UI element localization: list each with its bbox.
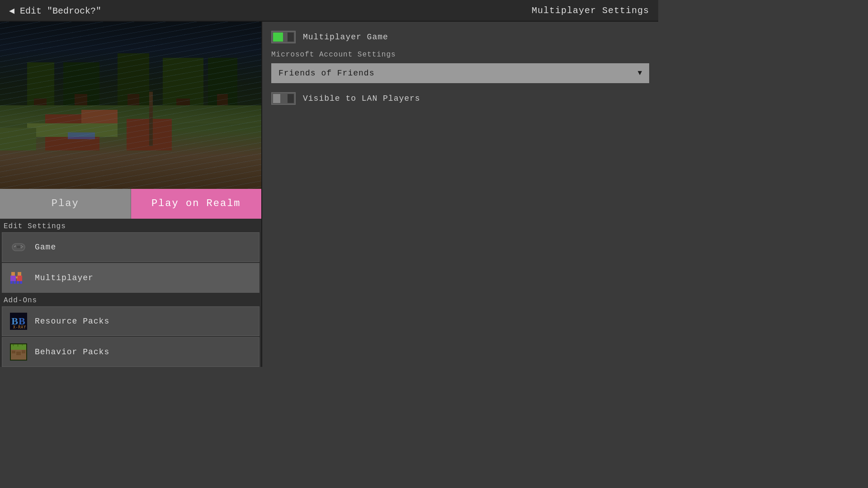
play-on-realm-button[interactable]: Play on Realm xyxy=(131,189,262,219)
svg-rect-7 xyxy=(17,246,20,248)
svg-rect-21 xyxy=(22,350,25,353)
toggle-off-indicator xyxy=(288,33,294,42)
edit-settings-section: Edit Settings xyxy=(0,219,261,293)
header: ◀ Edit "Bedrock?" Multiplayer Settings xyxy=(0,0,658,22)
settings-item-multiplayer[interactable]: Multiplayer xyxy=(2,263,259,293)
multiplayer-game-row: Multiplayer Game xyxy=(271,31,649,43)
page-title: Multiplayer Settings xyxy=(532,5,649,16)
back-button[interactable]: ◀ Edit "Bedrock?" xyxy=(9,5,101,16)
addons-label: Add-Ons xyxy=(2,293,259,306)
multiplayer-game-label: Multiplayer Game xyxy=(303,33,388,42)
multiplayer-game-toggle[interactable] xyxy=(271,31,296,43)
edit-settings-label: Edit Settings xyxy=(2,219,259,232)
behavior-packs-icon xyxy=(9,343,28,361)
svg-rect-2 xyxy=(15,245,16,247)
svg-rect-12 xyxy=(18,272,21,276)
right-panel: Multiplayer Game Microsoft Account Setti… xyxy=(262,22,658,367)
svg-rect-15 xyxy=(20,281,22,284)
svg-rect-9 xyxy=(10,276,16,281)
svg-point-3 xyxy=(21,245,22,246)
addon-item-behavior-packs[interactable]: Behavior Packs xyxy=(2,337,259,367)
settings-item-game[interactable]: Game xyxy=(2,232,259,262)
svg-rect-24 xyxy=(22,344,23,346)
lan-players-row: Visible to LAN Players xyxy=(271,92,649,105)
settings-item-multiplayer-label: Multiplayer xyxy=(35,273,94,282)
lan-players-label: Visible to LAN Players xyxy=(303,94,420,103)
svg-point-4 xyxy=(22,246,23,247)
svg-rect-22 xyxy=(13,344,14,346)
toggle-dark xyxy=(288,94,294,103)
friends-dropdown[interactable]: Friends of Friends ▼ xyxy=(271,63,649,83)
controller-icon xyxy=(9,238,28,256)
addon-resource-packs-label: Resource Packs xyxy=(35,317,109,326)
lan-players-toggle[interactable] xyxy=(271,92,296,105)
main-layout: Play Play on Realm Edit Settings xyxy=(0,22,658,367)
settings-list: Game xyxy=(2,232,259,293)
svg-rect-14 xyxy=(17,281,19,284)
addon-item-resource-packs[interactable]: B X-RAY Resource Packs xyxy=(2,306,259,336)
friends-dropdown-value: Friends of Friends xyxy=(278,69,374,78)
svg-rect-23 xyxy=(17,344,19,347)
addon-behavior-packs-label: Behavior Packs xyxy=(35,347,109,357)
svg-rect-19 xyxy=(12,351,15,353)
addons-section: Add-Ons B X-RAY Resource Packs xyxy=(0,293,261,367)
action-buttons: Play Play on Realm xyxy=(0,189,261,219)
svg-point-6 xyxy=(21,247,22,248)
toggle-on-indicator xyxy=(273,33,283,42)
chevron-down-icon: ▼ xyxy=(637,69,642,77)
svg-rect-16 xyxy=(16,277,18,278)
svg-rect-20 xyxy=(16,352,21,355)
microsoft-account-label: Microsoft Account Settings xyxy=(271,51,649,59)
svg-rect-10 xyxy=(10,281,13,284)
resource-packs-icon: B X-RAY xyxy=(9,312,28,330)
play-button[interactable]: Play xyxy=(0,189,131,219)
multiplayer-icon xyxy=(9,269,28,287)
svg-rect-11 xyxy=(14,281,16,284)
toggle-knob xyxy=(273,94,280,103)
settings-item-game-label: Game xyxy=(35,243,56,252)
addons-list: B X-RAY Resource Packs xyxy=(2,306,259,367)
back-label: ◀ Edit "Bedrock?" xyxy=(9,5,101,16)
svg-rect-8 xyxy=(11,272,15,276)
world-preview xyxy=(0,22,261,189)
left-panel: Play Play on Realm Edit Settings xyxy=(0,22,262,367)
rain-effect xyxy=(0,22,261,189)
